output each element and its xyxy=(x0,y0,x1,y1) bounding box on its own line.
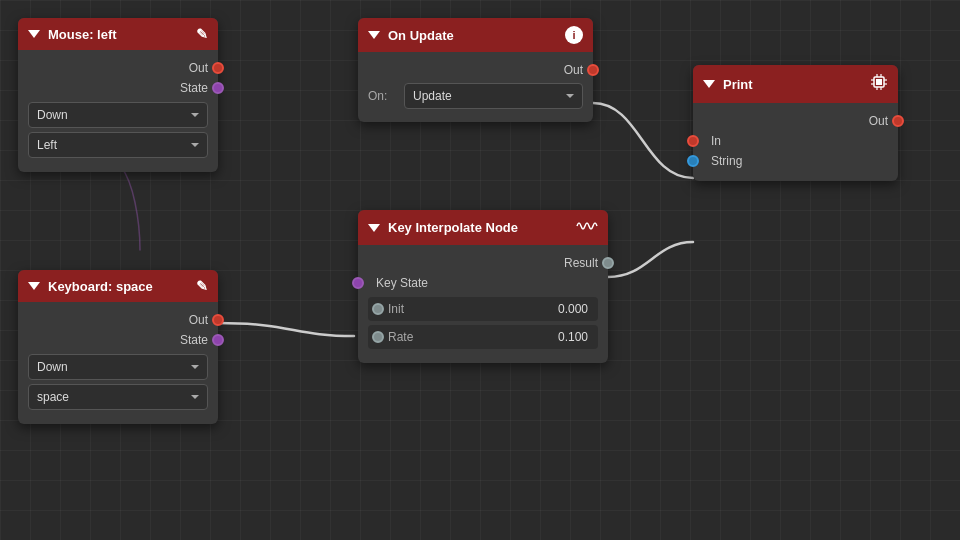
keyboard-button-select[interactable]: Down Up Press xyxy=(28,354,208,380)
node-onupdate-title: On Update xyxy=(388,28,559,43)
node-keyinterp-body: Result Key State Init 0.000 Rate 0.100 xyxy=(358,245,608,363)
onupdate-out-row: Out xyxy=(358,60,593,80)
keyinterp-keystate-label: Key State xyxy=(376,276,428,290)
mouse-button-select[interactable]: Down Up Press xyxy=(28,102,208,128)
print-string-label: String xyxy=(711,154,742,168)
mouse-side-dropdown-row: Left Right Middle xyxy=(28,132,208,158)
node-keyboard-header: Keyboard: space ✎ xyxy=(18,270,218,302)
print-in-port[interactable] xyxy=(687,135,699,147)
keyinterp-rate-label: Rate xyxy=(388,330,558,344)
node-onupdate: On Update i Out On: Update Fixed Update … xyxy=(358,18,593,122)
node-print: Print Out In String xyxy=(693,65,898,181)
mouse-state-row: State xyxy=(18,78,218,98)
node-mouse: Mouse: left ✎ Out State Down Up Press Le… xyxy=(18,18,218,172)
node-keyinterp: Key Interpolate Node Result Key State In… xyxy=(358,210,608,363)
node-keyinterp-header: Key Interpolate Node xyxy=(358,210,608,245)
info-icon-onupdate[interactable]: i xyxy=(565,26,583,44)
print-string-row: String xyxy=(693,151,898,171)
cpu-icon xyxy=(870,73,888,95)
onupdate-out-label: Out xyxy=(564,63,583,77)
print-out-row: Out xyxy=(693,111,898,131)
mouse-side-select[interactable]: Left Right Middle xyxy=(28,132,208,158)
keyboard-state-label: State xyxy=(180,333,208,347)
mouse-button-dropdown-row: Down Up Press xyxy=(28,102,208,128)
node-mouse-body: Out State Down Up Press Left Right Middl… xyxy=(18,50,218,172)
node-onupdate-body: Out On: Update Fixed Update Late Update xyxy=(358,52,593,122)
keyboard-state-row: State xyxy=(18,330,218,350)
collapse-triangle-onupdate[interactable] xyxy=(368,31,380,39)
keyinterp-result-row: Result xyxy=(358,253,608,273)
keyboard-out-port[interactable] xyxy=(212,314,224,326)
keyinterp-rate-port[interactable] xyxy=(372,331,384,343)
onupdate-on-label: On: xyxy=(368,89,398,103)
keyinterp-keystate-row: Key State xyxy=(358,273,608,293)
print-out-label: Out xyxy=(869,114,888,128)
node-mouse-header: Mouse: left ✎ xyxy=(18,18,218,50)
onupdate-on-row: On: Update Fixed Update Late Update xyxy=(358,80,593,112)
node-print-body: Out In String xyxy=(693,103,898,181)
svg-rect-1 xyxy=(876,79,882,85)
node-keyinterp-title: Key Interpolate Node xyxy=(388,220,570,235)
node-print-header: Print xyxy=(693,65,898,103)
node-keyboard-body: Out State Down Up Press space enter shif… xyxy=(18,302,218,424)
keyinterp-rate-row: Rate 0.100 xyxy=(368,325,598,349)
keyboard-out-label: Out xyxy=(189,313,208,327)
node-keyboard: Keyboard: space ✎ Out State Down Up Pres… xyxy=(18,270,218,424)
keyinterp-keystate-port[interactable] xyxy=(352,277,364,289)
keyinterp-init-row: Init 0.000 xyxy=(368,297,598,321)
print-string-port[interactable] xyxy=(687,155,699,167)
keyboard-key-select[interactable]: space enter shift ctrl xyxy=(28,384,208,410)
keyboard-out-row: Out xyxy=(18,310,218,330)
node-mouse-title: Mouse: left xyxy=(48,27,190,42)
keyinterp-init-value: 0.000 xyxy=(558,302,588,316)
mouse-out-row: Out xyxy=(18,58,218,78)
mouse-state-label: State xyxy=(180,81,208,95)
onupdate-on-select[interactable]: Update Fixed Update Late Update xyxy=(404,83,583,109)
edit-icon[interactable]: ✎ xyxy=(196,26,208,42)
keyboard-key-dropdown-row: space enter shift ctrl xyxy=(28,384,208,410)
mouse-out-label: Out xyxy=(189,61,208,75)
keyinterp-init-label: Init xyxy=(388,302,558,316)
collapse-triangle-keyinterp[interactable] xyxy=(368,224,380,232)
keyinterp-result-port[interactable] xyxy=(602,257,614,269)
print-out-port[interactable] xyxy=(892,115,904,127)
print-in-label: In xyxy=(711,134,721,148)
keyinterp-rate-value: 0.100 xyxy=(558,330,588,344)
collapse-triangle-keyboard[interactable] xyxy=(28,282,40,290)
keyinterp-result-label: Result xyxy=(564,256,598,270)
node-print-title: Print xyxy=(723,77,864,92)
node-keyboard-title: Keyboard: space xyxy=(48,279,190,294)
keyboard-button-dropdown-row: Down Up Press xyxy=(28,354,208,380)
collapse-triangle[interactable] xyxy=(28,30,40,38)
keyboard-state-port[interactable] xyxy=(212,334,224,346)
edit-icon-keyboard[interactable]: ✎ xyxy=(196,278,208,294)
keyinterp-init-port[interactable] xyxy=(372,303,384,315)
mouse-state-port[interactable] xyxy=(212,82,224,94)
node-onupdate-header: On Update i xyxy=(358,18,593,52)
onupdate-out-port[interactable] xyxy=(587,64,599,76)
collapse-triangle-print[interactable] xyxy=(703,80,715,88)
mouse-out-port[interactable] xyxy=(212,62,224,74)
print-in-row: In xyxy=(693,131,898,151)
wave-icon xyxy=(576,218,598,237)
